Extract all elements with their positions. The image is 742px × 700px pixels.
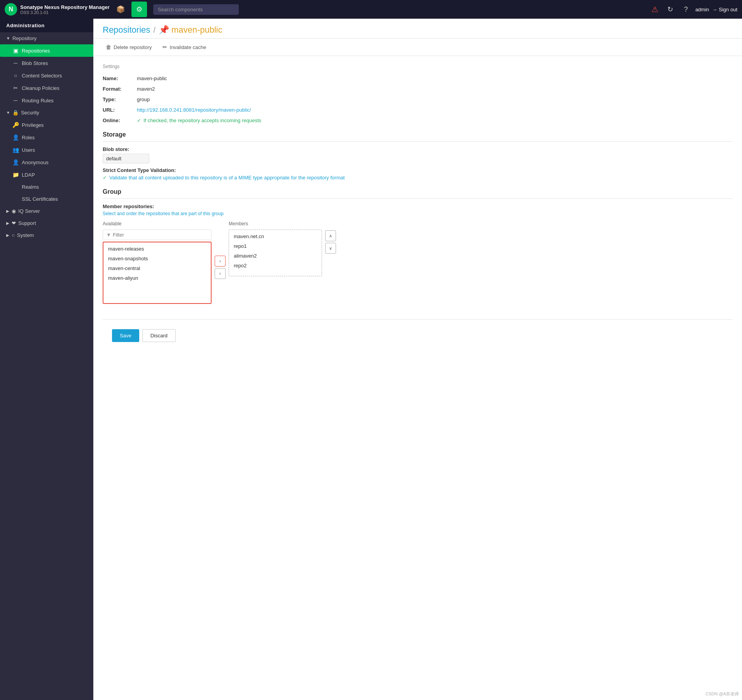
- breadcrumb-current: 📌 maven-public: [159, 25, 222, 35]
- signout-button[interactable]: → Sign out: [712, 7, 737, 12]
- sidebar-item-roles[interactable]: 👤 Roles: [0, 131, 93, 144]
- member-item-alimaven2[interactable]: alimaven2: [231, 251, 320, 261]
- sidebar-section-support[interactable]: ▶ ❤ Support: [0, 217, 93, 229]
- available-item-maven-central[interactable]: maven-central: [105, 263, 209, 273]
- sidebar-item-privileges-label: Privileges: [22, 122, 44, 128]
- main-layout: Administration ▼ Repository ▣ Repositori…: [0, 19, 742, 700]
- sidebar-item-blob-stores-label: Blob Stores: [22, 60, 48, 66]
- sidebar-section-support-label: Support: [18, 220, 36, 226]
- toolbar: 🗑 Delete repository ✏ Invalidate cache: [93, 39, 742, 56]
- refresh-button[interactable]: ↻: [664, 3, 677, 16]
- member-item-repo2[interactable]: repo2: [231, 261, 320, 270]
- online-label: Online:: [103, 118, 134, 123]
- delete-repository-button[interactable]: 🗑 Delete repository: [103, 42, 155, 52]
- signout-icon: →: [712, 7, 717, 12]
- page-header: Repositories / 📌 maven-public: [93, 19, 742, 39]
- save-button[interactable]: Save: [112, 329, 139, 342]
- sidebar-item-roles-label: Roles: [22, 135, 35, 140]
- brand-name: Sonatype Nexus Repository Manager: [20, 4, 110, 10]
- search-input[interactable]: [153, 4, 239, 15]
- sidebar-section-iq-server[interactable]: ▶ ◉ IQ Server: [0, 205, 93, 217]
- support-arrow-icon: ▶: [6, 221, 9, 225]
- validation-field: Strict Content Type Validation: ✓ Valida…: [103, 167, 733, 181]
- field-url: URL: http://192.168.0.241:8081/repositor…: [103, 107, 733, 113]
- url-value[interactable]: http://192.168.0.241:8081/repository/mav…: [137, 107, 251, 113]
- members-list: maven.net.cn repo1 alimaven2 repo2: [229, 230, 322, 276]
- validation-label: Strict Content Type Validation:: [103, 167, 733, 173]
- alert-button[interactable]: ⚠: [649, 3, 661, 16]
- settings-icon: ⚙: [136, 5, 142, 14]
- sidebar-item-cleanup-policies[interactable]: ✂ Cleanup Policies: [0, 82, 93, 94]
- sidebar-item-realms-label: Realms: [22, 184, 39, 190]
- breadcrumb-parent[interactable]: Repositories: [103, 25, 150, 35]
- security-section-icon: 🔒: [12, 110, 19, 116]
- delete-icon: 🗑: [106, 44, 111, 50]
- sidebar-item-privileges[interactable]: 🔑 Privileges: [0, 119, 93, 131]
- sidebar-item-routing-rules[interactable]: ─ Routing Rules: [0, 94, 93, 107]
- arrow-down-icon: ▼: [6, 36, 10, 40]
- sidebar-item-users[interactable]: 👥 Users: [0, 144, 93, 156]
- filter-container: ▼: [103, 230, 212, 240]
- sidebar-item-routing-rules-label: Routing Rules: [22, 98, 54, 104]
- roles-icon: 👤: [12, 134, 19, 140]
- sidebar-section-iq-label: IQ Server: [18, 208, 40, 214]
- sidebar-section-repository-label: Repository: [12, 35, 37, 41]
- member-item-maven-net-cn[interactable]: maven.net.cn: [231, 232, 320, 241]
- group-section-title: Group: [103, 188, 733, 199]
- support-icon: ❤: [12, 220, 16, 226]
- sidebar-section-system[interactable]: ▶ ○ System: [0, 229, 93, 241]
- sidebar-item-ldap[interactable]: 📁 LDAP: [0, 168, 93, 181]
- members-label: Members: [229, 221, 322, 226]
- help-button[interactable]: ?: [680, 3, 692, 16]
- members-col: Members maven.net.cn repo1 alimaven2 rep…: [229, 221, 322, 276]
- sidebar-item-realms[interactable]: Realms: [0, 181, 93, 193]
- available-list: maven-releases maven-snapshots maven-cen…: [103, 242, 212, 304]
- type-label: Type:: [103, 96, 134, 102]
- add-to-members-button[interactable]: ›: [215, 256, 226, 267]
- sidebar-section-security[interactable]: ▼ 🔒 Security: [0, 107, 93, 119]
- available-item-maven-snapshots[interactable]: maven-snapshots: [105, 254, 209, 263]
- invalidate-icon: ✏: [163, 44, 167, 50]
- blob-store-label: Blob store:: [103, 146, 733, 152]
- storage-section: Blob store: default Strict Content Type …: [103, 146, 733, 181]
- available-item-maven-aliyun[interactable]: maven-aliyun: [105, 273, 209, 283]
- format-value: maven2: [137, 86, 155, 92]
- field-online: Online: ✓ If checked, the repository acc…: [103, 118, 733, 123]
- current-page-name: maven-public: [172, 25, 222, 35]
- validation-link[interactable]: Validate that all content uploaded to th…: [109, 175, 345, 181]
- watermark: CSDN @A苏老师: [705, 691, 739, 697]
- online-text: If checked, the repository accepts incom…: [144, 118, 261, 123]
- remove-from-members-button[interactable]: ‹: [215, 268, 226, 279]
- filter-input[interactable]: [113, 232, 208, 238]
- username-label: admin: [695, 7, 709, 12]
- storage-section-title: Storage: [103, 131, 733, 142]
- sidebar-item-ssl-certificates[interactable]: SSL Certificates: [0, 193, 93, 205]
- settings-button[interactable]: ⚙: [131, 2, 147, 17]
- sidebar-item-users-label: Users: [22, 147, 35, 153]
- available-item-maven-releases[interactable]: maven-releases: [105, 244, 209, 254]
- cleanup-policies-icon: ✂: [12, 85, 19, 91]
- invalidate-cache-button[interactable]: ✏ Invalidate cache: [159, 42, 209, 52]
- validation-check-icon: ✓: [103, 175, 107, 181]
- security-arrow-icon: ▼: [6, 111, 10, 115]
- signout-label: Sign out: [719, 7, 737, 12]
- sidebar: Administration ▼ Repository ▣ Repositori…: [0, 19, 93, 700]
- privileges-icon: 🔑: [12, 122, 19, 128]
- move-up-button[interactable]: ∧: [325, 230, 336, 241]
- move-down-button[interactable]: ∨: [325, 243, 336, 254]
- brand-text: Sonatype Nexus Repository Manager OSS 3.…: [20, 4, 110, 15]
- discard-button[interactable]: Discard: [142, 329, 176, 342]
- sidebar-item-blob-stores[interactable]: ─ Blob Stores: [0, 57, 93, 69]
- dual-list: Available ▼ maven-releases maven-snapsho…: [103, 221, 733, 304]
- sidebar-section-system-label: System: [17, 232, 34, 238]
- browse-button[interactable]: 📦: [113, 2, 128, 17]
- sidebar-item-content-selectors[interactable]: ○ Content Selectors: [0, 69, 93, 82]
- available-label: Available: [103, 221, 212, 226]
- anonymous-icon: 👤: [12, 159, 19, 165]
- content-selectors-icon: ○: [12, 72, 19, 79]
- sidebar-item-anonymous[interactable]: 👤 Anonymous: [0, 156, 93, 168]
- sidebar-item-repositories[interactable]: ▣ Repositories: [0, 44, 93, 57]
- online-status: ✓ If checked, the repository accepts inc…: [137, 118, 261, 123]
- sidebar-section-repository[interactable]: ▼ Repository: [0, 32, 93, 44]
- member-item-repo1[interactable]: repo1: [231, 241, 320, 251]
